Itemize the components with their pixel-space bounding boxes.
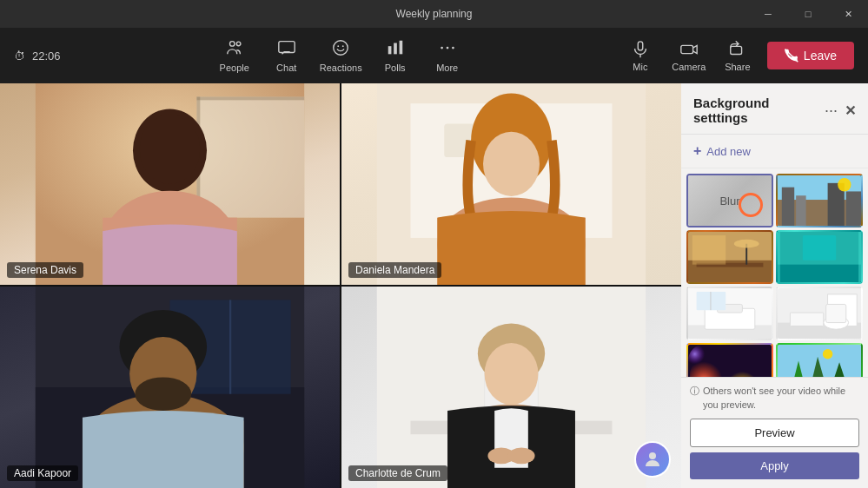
svg-point-51 <box>649 452 656 459</box>
video-grid: Serena Davis <box>0 83 681 488</box>
reactions-button[interactable]: Reactions <box>320 38 362 73</box>
polls-button[interactable]: Polls <box>376 38 414 73</box>
mic-label: Mic <box>633 62 647 72</box>
leave-button[interactable]: Leave <box>767 42 854 69</box>
svg-rect-81 <box>826 304 846 322</box>
panel-footer: ⓘ Others won't see your video while you … <box>681 377 868 488</box>
polls-icon <box>386 38 405 60</box>
maximize-button[interactable]: □ <box>788 0 828 28</box>
toolbar-actions: People Chat Reactions <box>215 38 467 73</box>
svg-point-85 <box>688 345 721 377</box>
video-cell-charlotte: Charlotte de Crum <box>341 287 681 488</box>
participant-name-daniela: Daniela Mandera <box>348 262 441 278</box>
add-icon: + <box>693 143 701 159</box>
camera-label: Camera <box>672 62 706 72</box>
svg-point-92 <box>823 349 833 359</box>
svg-rect-69 <box>803 235 836 260</box>
more-icon <box>438 38 457 60</box>
participant-name-serena: Serena Davis <box>7 262 83 278</box>
chat-button[interactable]: Chat <box>268 38 306 73</box>
participant-name-aadi: Aadi Kapoor <box>7 465 78 481</box>
svg-point-0 <box>229 42 235 47</box>
svg-point-50 <box>508 448 535 465</box>
svg-point-5 <box>342 45 344 47</box>
share-button[interactable]: Share <box>719 40 757 72</box>
minimize-button[interactable]: ─ <box>748 0 788 28</box>
panel-header: Background setttings ··· ✕ <box>681 83 868 135</box>
thumbnail-blur[interactable]: Blur <box>686 174 773 228</box>
people-button[interactable]: People <box>215 38 254 73</box>
thumbnail-colorful[interactable] <box>686 343 773 377</box>
svg-rect-15 <box>731 46 742 54</box>
svg-rect-55 <box>796 195 806 226</box>
svg-rect-12 <box>638 41 643 49</box>
panel-title: Background setttings <box>693 96 825 125</box>
svg-point-9 <box>441 47 443 49</box>
reactions-label: Reactions <box>320 63 362 73</box>
panel-more-button[interactable]: ··· <box>825 102 838 120</box>
svg-rect-8 <box>399 41 402 55</box>
panel-close-button[interactable]: ✕ <box>845 102 856 119</box>
notice-text: ⓘ Others won't see your video while you … <box>690 385 859 412</box>
svg-point-10 <box>446 47 448 49</box>
svg-point-1 <box>236 42 241 46</box>
share-label: Share <box>725 62 750 72</box>
svg-point-40 <box>135 377 191 411</box>
main-content: Serena Davis <box>0 83 868 488</box>
svg-rect-74 <box>697 292 726 310</box>
thumbnail-warm-office[interactable] <box>686 230 773 284</box>
svg-rect-79 <box>790 313 823 326</box>
svg-rect-68 <box>858 232 861 282</box>
svg-point-63 <box>734 240 759 248</box>
chat-label: Chat <box>276 63 296 73</box>
svg-point-4 <box>338 45 340 47</box>
camera-button[interactable]: Camera <box>670 40 708 72</box>
polls-label: Polls <box>385 63 406 73</box>
leave-label: Leave <box>804 49 837 63</box>
window-controls: ─ □ ✕ <box>748 0 868 28</box>
toolbar-right: Mic Camera Share Leave <box>621 40 854 72</box>
add-new-label: Add new <box>706 145 751 158</box>
video-cell-serena: Serena Davis <box>0 83 340 285</box>
thumbnail-nature[interactable] <box>776 343 863 377</box>
svg-rect-67 <box>778 232 780 282</box>
svg-rect-14 <box>681 45 693 53</box>
svg-rect-2 <box>279 42 295 53</box>
time-display: ⏱ 22:06 <box>14 49 61 63</box>
close-button[interactable]: ✕ <box>828 0 868 28</box>
background-settings-panel: Background setttings ··· ✕ + Add new Blu… <box>681 83 868 488</box>
more-button[interactable]: More <box>428 38 467 73</box>
time-value: 22:06 <box>32 49 61 63</box>
svg-rect-20 <box>196 96 304 100</box>
svg-rect-18 <box>196 96 304 217</box>
notice-content: Others won't see your video while you pr… <box>703 385 859 412</box>
apply-button[interactable]: Apply <box>690 452 859 479</box>
more-label: More <box>436 63 458 73</box>
svg-rect-64 <box>692 235 726 265</box>
thumbnails-grid: Blur <box>681 168 868 377</box>
thumbnail-teal-office[interactable] <box>776 230 863 284</box>
svg-rect-6 <box>388 46 391 54</box>
svg-rect-57 <box>846 191 861 226</box>
svg-point-11 <box>452 47 454 49</box>
preview-button[interactable]: Preview <box>690 419 859 447</box>
thumbnail-white2[interactable] <box>776 287 863 340</box>
blur-label: Blur <box>719 195 739 208</box>
svg-rect-66 <box>778 265 861 282</box>
thumbnail-city[interactable] <box>776 174 863 228</box>
chat-icon <box>277 38 296 60</box>
phone-icon <box>785 49 798 63</box>
video-cell-aadi: Aadi Kapoor <box>0 287 340 488</box>
clock-icon: ⏱ <box>14 49 25 63</box>
add-new-button[interactable]: + Add new <box>681 135 868 168</box>
people-icon <box>225 38 244 60</box>
svg-rect-54 <box>782 188 794 226</box>
self-preview-avatar <box>634 441 671 478</box>
mic-button[interactable]: Mic <box>621 40 659 72</box>
thumbnail-white1[interactable] <box>686 287 773 340</box>
title-bar: Weekly planning ─ □ ✕ <box>0 0 868 28</box>
window-title: Weekly planning <box>396 8 473 20</box>
toolbar: ⏱ 22:06 People Chat <box>0 28 868 83</box>
participant-name-charlotte: Charlotte de Crum <box>348 465 447 481</box>
reactions-icon <box>331 38 350 60</box>
